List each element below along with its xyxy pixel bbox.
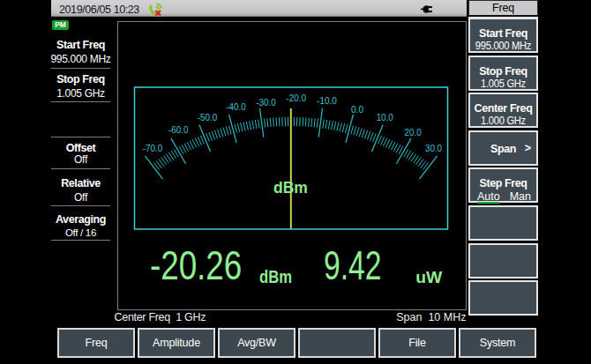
svg-text:uW: uW bbox=[415, 268, 442, 286]
svg-text:9.42: 9.42 bbox=[324, 243, 382, 288]
svg-text:20.0: 20.0 bbox=[405, 127, 422, 137]
svg-text:-50.0: -50.0 bbox=[198, 112, 218, 123]
svg-text:dBm: dBm bbox=[259, 267, 292, 286]
svg-text:-40.0: -40.0 bbox=[226, 101, 246, 112]
svg-text:10.0: 10.0 bbox=[377, 112, 393, 123]
svg-text:-60.0: -60.0 bbox=[168, 124, 189, 135]
svg-text:-20.26: -20.26 bbox=[150, 243, 242, 288]
svg-text:0.0: 0.0 bbox=[351, 104, 363, 115]
svg-text:-10.0: -10.0 bbox=[317, 95, 337, 106]
svg-text:-20.0: -20.0 bbox=[287, 93, 307, 103]
svg-text:-70.0: -70.0 bbox=[143, 143, 163, 153]
svg-text:-30.0: -30.0 bbox=[256, 97, 276, 108]
svg-text:30.0: 30.0 bbox=[425, 143, 442, 153]
svg-text:dBm: dBm bbox=[273, 179, 308, 197]
